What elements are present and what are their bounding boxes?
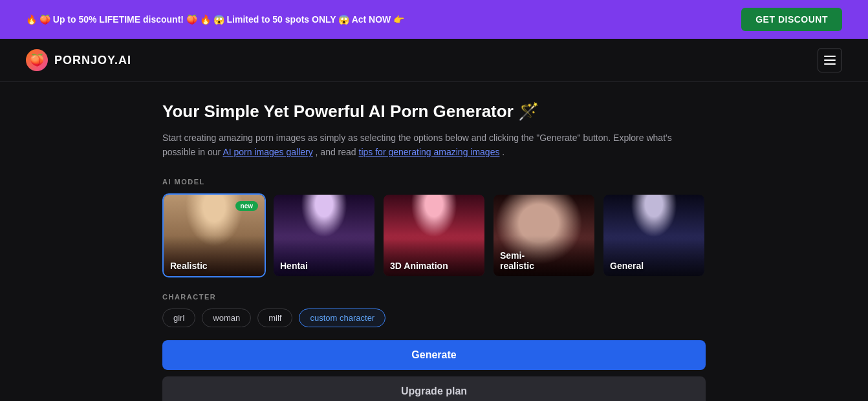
- logo-area: 🍑 PORNJOY.AI: [26, 49, 131, 71]
- page-title: Your Simple Yet Powerful AI Porn Generat…: [162, 102, 706, 122]
- new-badge: new: [235, 201, 258, 211]
- model-card-realistic[interactable]: new Realistic: [162, 193, 266, 277]
- get-discount-button[interactable]: GET DISCOUNT: [741, 8, 842, 31]
- menu-line-2: [824, 60, 836, 61]
- model-card-hentai[interactable]: Hentai: [272, 193, 376, 277]
- card-inner-realistic: new Realistic: [164, 195, 265, 276]
- card-label-general: General: [610, 261, 644, 271]
- card-label-semi: Semi-realistic: [500, 250, 534, 271]
- tips-link[interactable]: tips for generating amazing images: [359, 147, 500, 157]
- character-option-girl[interactable]: girl: [162, 309, 195, 327]
- ai-model-label: AI MODEL: [162, 178, 706, 186]
- card-inner-3d: 3D Animation: [384, 195, 484, 276]
- gallery-link[interactable]: AI porn images gallery: [222, 147, 312, 157]
- character-option-custom[interactable]: custom character: [299, 309, 385, 327]
- model-card-semi-realistic[interactable]: Semi-realistic: [492, 193, 596, 277]
- card-label-hentai: Hentai: [280, 261, 308, 271]
- card-inner-semi: Semi-realistic: [494, 195, 594, 276]
- character-label: CHARACTER: [162, 293, 706, 301]
- menu-line-1: [824, 56, 836, 57]
- character-option-woman[interactable]: woman: [202, 309, 251, 327]
- card-inner-general: General: [603, 195, 704, 276]
- menu-button[interactable]: [818, 48, 842, 72]
- desc-text-2: , and read: [316, 147, 356, 157]
- menu-line-3: [824, 63, 836, 65]
- character-option-milf[interactable]: milf: [257, 309, 292, 327]
- desc-text-3: .: [502, 147, 505, 157]
- model-card-general[interactable]: General: [602, 193, 706, 277]
- main-content: Your Simple Yet Powerful AI Porn Generat…: [149, 82, 719, 401]
- upgrade-button[interactable]: Upgrade plan: [162, 376, 706, 401]
- character-pills: girl woman milf custom character: [162, 309, 706, 327]
- generate-button[interactable]: Generate: [162, 340, 706, 370]
- header: 🍑 PORNJOY.AI: [0, 39, 868, 82]
- page-description: Start creating amazing porn images as si…: [162, 131, 706, 160]
- card-inner-hentai: Hentai: [274, 195, 374, 276]
- promo-banner: 🔥 🍑 Up to 50% LIFETIME discount! 🍑 🔥 😱 L…: [0, 0, 868, 39]
- logo-text: PORNJOY.AI: [54, 54, 131, 67]
- model-cards-container: new Realistic Hentai 3D Animation: [162, 193, 706, 277]
- model-card-3d-animation[interactable]: 3D Animation: [382, 193, 486, 277]
- card-label-realistic: Realistic: [170, 261, 208, 271]
- logo-icon: 🍑: [26, 49, 48, 71]
- card-label-3d: 3D Animation: [390, 261, 448, 271]
- banner-text: 🔥 🍑 Up to 50% LIFETIME discount! 🍑 🔥 😱 L…: [26, 14, 404, 25]
